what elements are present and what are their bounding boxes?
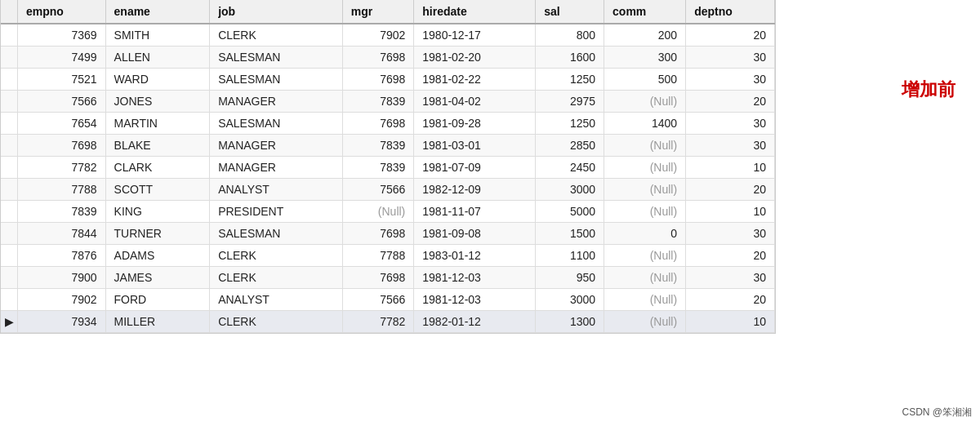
cell-hiredate: 1981-12-03 bbox=[414, 267, 536, 289]
cell-job: ANALYST bbox=[210, 289, 343, 311]
row-indicator bbox=[1, 47, 18, 69]
cell-deptno: 10 bbox=[686, 311, 775, 333]
cell-mgr: 7839 bbox=[342, 157, 414, 179]
cell-comm: (Null) bbox=[604, 311, 686, 333]
col-deptno: deptno bbox=[686, 0, 775, 24]
cell-mgr: 7698 bbox=[342, 113, 414, 135]
cell-mgr: 7788 bbox=[342, 245, 414, 267]
cell-sal: 1500 bbox=[536, 223, 604, 245]
cell-job: MANAGER bbox=[210, 91, 343, 113]
cell-mgr: 7839 bbox=[342, 91, 414, 113]
cell-comm: 200 bbox=[604, 24, 686, 47]
row-indicator bbox=[1, 113, 18, 135]
table-row: 7782CLARKMANAGER78391981-07-092450(Null)… bbox=[1, 157, 775, 179]
cell-empno: 7499 bbox=[18, 47, 106, 69]
cell-deptno: 30 bbox=[686, 47, 775, 69]
cell-comm: 1400 bbox=[604, 113, 686, 135]
cell-deptno: 30 bbox=[686, 113, 775, 135]
annotation-label: 增加前 bbox=[902, 78, 956, 102]
cell-sal: 2450 bbox=[536, 157, 604, 179]
cell-mgr: (Null) bbox=[342, 201, 414, 223]
cell-sal: 3000 bbox=[536, 179, 604, 201]
cell-job: CLERK bbox=[210, 245, 343, 267]
cell-empno: 7876 bbox=[18, 245, 106, 267]
cell-empno: 7902 bbox=[18, 289, 106, 311]
cell-ename: JONES bbox=[105, 91, 210, 113]
cell-sal: 1600 bbox=[536, 47, 604, 69]
table-row: 7844TURNERSALESMAN76981981-09-081500030 bbox=[1, 223, 775, 245]
cell-hiredate: 1982-12-09 bbox=[414, 179, 536, 201]
cell-job: SALESMAN bbox=[210, 113, 343, 135]
cell-sal: 1100 bbox=[536, 245, 604, 267]
emp-table: empno ename job mgr hiredate sal comm de… bbox=[1, 0, 775, 333]
cell-comm: (Null) bbox=[604, 201, 686, 223]
cell-mgr: 7698 bbox=[342, 223, 414, 245]
cell-deptno: 30 bbox=[686, 135, 775, 157]
cell-empno: 7788 bbox=[18, 179, 106, 201]
cell-sal: 2850 bbox=[536, 135, 604, 157]
cell-hiredate: 1981-09-08 bbox=[414, 223, 536, 245]
row-indicator bbox=[1, 69, 18, 91]
cell-empno: 7844 bbox=[18, 223, 106, 245]
cell-mgr: 7698 bbox=[342, 47, 414, 69]
cell-deptno: 20 bbox=[686, 24, 775, 47]
cell-hiredate: 1982-01-12 bbox=[414, 311, 536, 333]
cell-hiredate: 1981-03-01 bbox=[414, 135, 536, 157]
cell-job: CLERK bbox=[210, 267, 343, 289]
cell-comm: (Null) bbox=[604, 179, 686, 201]
cell-empno: 7369 bbox=[18, 24, 106, 47]
cell-mgr: 7782 bbox=[342, 311, 414, 333]
table-row: 7876ADAMSCLERK77881983-01-121100(Null)20 bbox=[1, 245, 775, 267]
cell-ename: KING bbox=[105, 201, 210, 223]
cell-comm: 300 bbox=[604, 47, 686, 69]
cell-empno: 7839 bbox=[18, 201, 106, 223]
cell-empno: 7654 bbox=[18, 113, 106, 135]
cell-hiredate: 1981-09-28 bbox=[414, 113, 536, 135]
table-row: ▶7934MILLERCLERK77821982-01-121300(Null)… bbox=[1, 311, 775, 333]
cell-ename: ADAMS bbox=[105, 245, 210, 267]
cell-hiredate: 1981-04-02 bbox=[414, 91, 536, 113]
cell-empno: 7521 bbox=[18, 69, 106, 91]
col-mgr: mgr bbox=[342, 0, 414, 24]
cell-deptno: 30 bbox=[686, 267, 775, 289]
cell-sal: 1250 bbox=[536, 113, 604, 135]
row-indicator bbox=[1, 135, 18, 157]
cell-comm: (Null) bbox=[604, 245, 686, 267]
cell-job: SALESMAN bbox=[210, 223, 343, 245]
row-indicator bbox=[1, 157, 18, 179]
cell-empno: 7698 bbox=[18, 135, 106, 157]
col-empno: empno bbox=[18, 0, 106, 24]
cell-ename: MARTIN bbox=[105, 113, 210, 135]
row-indicator: ▶ bbox=[1, 311, 18, 333]
col-comm: comm bbox=[604, 0, 686, 24]
cell-sal: 2975 bbox=[536, 91, 604, 113]
cell-comm: (Null) bbox=[604, 157, 686, 179]
cell-ename: FORD bbox=[105, 289, 210, 311]
cell-sal: 5000 bbox=[536, 201, 604, 223]
cell-ename: TURNER bbox=[105, 223, 210, 245]
cell-job: MANAGER bbox=[210, 157, 343, 179]
cell-ename: SCOTT bbox=[105, 179, 210, 201]
row-indicator bbox=[1, 267, 18, 289]
cell-empno: 7900 bbox=[18, 267, 106, 289]
table-row: 7788SCOTTANALYST75661982-12-093000(Null)… bbox=[1, 179, 775, 201]
cell-job: SALESMAN bbox=[210, 47, 343, 69]
cell-ename: ALLEN bbox=[105, 47, 210, 69]
cell-empno: 7566 bbox=[18, 91, 106, 113]
cell-mgr: 7902 bbox=[342, 24, 414, 47]
table-row: 7521WARDSALESMAN76981981-02-22125050030 bbox=[1, 69, 775, 91]
cell-ename: WARD bbox=[105, 69, 210, 91]
cell-job: ANALYST bbox=[210, 179, 343, 201]
cell-comm: (Null) bbox=[604, 289, 686, 311]
cell-comm: 0 bbox=[604, 223, 686, 245]
cell-job: CLERK bbox=[210, 311, 343, 333]
cell-sal: 800 bbox=[536, 24, 604, 47]
table-row: 7369SMITHCLERK79021980-12-1780020020 bbox=[1, 24, 775, 47]
row-indicator bbox=[1, 289, 18, 311]
cell-job: CLERK bbox=[210, 24, 343, 47]
cell-hiredate: 1983-01-12 bbox=[414, 245, 536, 267]
cell-job: MANAGER bbox=[210, 135, 343, 157]
cell-empno: 7934 bbox=[18, 311, 106, 333]
table-header-row: empno ename job mgr hiredate sal comm de… bbox=[1, 0, 775, 24]
cell-hiredate: 1981-12-03 bbox=[414, 289, 536, 311]
